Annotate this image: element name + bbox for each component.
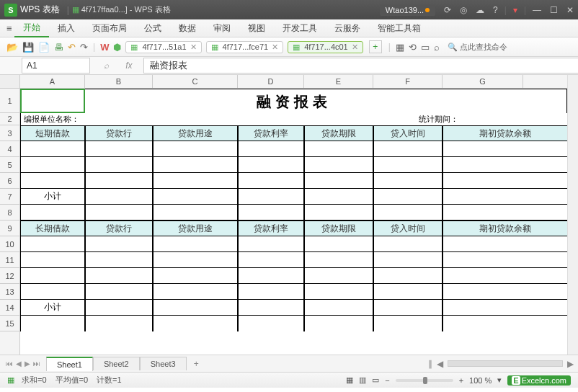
menu-review[interactable]: 审阅 (205, 20, 239, 37)
hdr-cell[interactable]: 贷款利率 (238, 220, 304, 236)
close-button[interactable]: ✕ (566, 5, 574, 15)
row-header[interactable]: 4 (0, 141, 19, 157)
open-icon[interactable]: 📂 (6, 42, 18, 53)
select-all-corner[interactable] (0, 75, 19, 89)
hdr-cell[interactable]: 贷款利率 (238, 125, 304, 141)
period-label[interactable]: 统计期间： (416, 113, 567, 125)
doc-tab-2[interactable]: ▦4f717...fce71✕ (206, 41, 284, 53)
row-header[interactable]: 3 (0, 125, 19, 141)
row-header[interactable]: 1 (0, 89, 19, 113)
row-header[interactable]: 13 (0, 284, 19, 300)
zoom-value[interactable]: 100 % (469, 376, 492, 385)
row-header[interactable]: 10 (0, 236, 19, 252)
hdr-cell[interactable]: 短期借款 (20, 125, 85, 141)
vertical-scrollbar[interactable] (567, 75, 578, 355)
hdr-cell[interactable]: 贷款行 (85, 125, 153, 141)
hdr-cell[interactable]: 贷款期限 (304, 125, 373, 141)
menu-data[interactable]: 数据 (170, 20, 205, 37)
prev-sheet-icon[interactable]: ◀ (16, 360, 22, 368)
menu-insert[interactable]: 插入 (49, 20, 84, 37)
zoom-slider[interactable] (396, 379, 453, 382)
book-icon[interactable]: ▭ (421, 42, 430, 53)
user-badge[interactable]: Wtao139... (380, 4, 435, 16)
row-header[interactable]: 14 (0, 300, 19, 316)
view-normal-icon[interactable]: ▦ (346, 375, 353, 385)
hdr-cell[interactable]: 贷款行 (85, 220, 153, 236)
app-menu-icon[interactable]: ≡ (6, 23, 12, 34)
sheet-title[interactable]: 融资报表 (20, 89, 567, 113)
w-icon[interactable]: W (100, 42, 109, 53)
col-header[interactable]: G (443, 75, 523, 88)
command-search[interactable]: 🔍 点此查找命令 (448, 42, 507, 53)
redo-icon[interactable]: ↷ (80, 42, 88, 53)
add-sheet-button[interactable]: + (187, 357, 206, 371)
hdr-cell[interactable]: 长期借款 (20, 220, 85, 236)
hdr-cell[interactable]: 贷入时间 (373, 220, 443, 236)
row-header[interactable]: 12 (0, 268, 19, 284)
skin-icon[interactable]: ▾ (513, 5, 517, 15)
fx-icon[interactable]: fx (125, 61, 132, 71)
help-icon[interactable]: ? (493, 5, 498, 15)
misc-icon[interactable]: ⌕ (434, 42, 440, 53)
menu-smart[interactable]: 智能工具箱 (369, 20, 430, 37)
target-icon[interactable]: ◎ (460, 5, 467, 15)
split-icon[interactable]: ∥ (428, 359, 432, 369)
formula-input[interactable]: 融资报表 (143, 58, 578, 74)
hdr-cell[interactable]: 期初贷款余额 (443, 220, 567, 236)
add-tab-button[interactable]: + (369, 40, 382, 53)
sync-icon[interactable]: ⟲ (409, 42, 417, 53)
col-header[interactable]: E (304, 75, 373, 88)
close-icon[interactable]: ✕ (272, 43, 278, 52)
lookup-icon[interactable]: ⌕ (104, 61, 109, 71)
row-header[interactable]: 5 (0, 157, 19, 173)
close-icon[interactable]: ✕ (352, 43, 358, 52)
cells[interactable]: 融资报表 编报单位名称： 统计期间： 短期借款 贷款行 贷款用途 贷款利率 贷款… (20, 89, 567, 331)
close-icon[interactable]: ✕ (190, 43, 197, 52)
preview-icon[interactable]: 📄 (38, 42, 50, 53)
hdr-cell[interactable]: 期初贷款余额 (443, 125, 567, 141)
menu-cloud[interactable]: 云服务 (326, 20, 369, 37)
undo-icon[interactable]: ↶ (68, 42, 76, 53)
hdr-cell[interactable]: 贷款期限 (304, 220, 373, 236)
col-header[interactable]: D (238, 75, 304, 88)
unit-label[interactable]: 编报单位名称： (21, 113, 240, 125)
menu-dev[interactable]: 开发工具 (274, 20, 326, 37)
zoom-out-button[interactable]: − (385, 376, 389, 385)
scroll-left-icon[interactable]: ◀ (437, 359, 443, 369)
grid-icon[interactable]: ▦ (396, 42, 404, 53)
row-header[interactable]: 2 (0, 113, 19, 125)
box-icon[interactable]: ⬢ (113, 42, 121, 53)
row-header[interactable]: 9 (0, 220, 19, 236)
row-header[interactable]: 7 (0, 189, 19, 205)
sheet-tab-2[interactable]: Sheet2 (93, 357, 140, 370)
first-sheet-icon[interactable]: ⏮ (6, 360, 13, 368)
last-sheet-icon[interactable]: ⏭ (33, 360, 40, 368)
maximize-button[interactable]: ☐ (550, 5, 558, 15)
col-header[interactable]: B (85, 75, 153, 88)
row-header[interactable]: 8 (0, 205, 19, 220)
menu-view[interactable]: 视图 (239, 20, 274, 37)
menu-layout[interactable]: 页面布局 (84, 20, 135, 37)
minimize-button[interactable]: — (533, 5, 541, 15)
cloud-icon[interactable]: ☁ (476, 5, 484, 15)
col-header[interactable]: A (20, 75, 85, 88)
name-box[interactable]: A1 (22, 58, 90, 74)
sheet-tab-1[interactable]: Sheet1 (46, 357, 93, 371)
doc-tab-3[interactable]: ▦4f717...4c01✕ (288, 41, 363, 53)
scroll-right-icon[interactable]: ▶ (567, 359, 574, 369)
hdr-cell[interactable]: 贷入时间 (373, 125, 443, 141)
zoom-in-button[interactable]: + (459, 376, 463, 385)
row-header[interactable]: 11 (0, 252, 19, 268)
next-sheet-icon[interactable]: ▶ (25, 360, 30, 368)
horizontal-scrollbar[interactable] (448, 360, 563, 367)
sheet-tab-3[interactable]: Sheet3 (140, 357, 187, 370)
row-header[interactable]: 6 (0, 173, 19, 189)
row-header[interactable]: 15 (0, 316, 19, 331)
col-header[interactable]: F (373, 75, 443, 88)
view-break-icon[interactable]: ▭ (372, 375, 379, 385)
col-header[interactable]: C (153, 75, 238, 88)
menu-start[interactable]: 开始 (14, 19, 49, 37)
menu-formula[interactable]: 公式 (135, 20, 170, 37)
zoom-menu-icon[interactable]: ▾ (497, 375, 502, 385)
refresh-icon[interactable]: ⟳ (444, 5, 451, 15)
